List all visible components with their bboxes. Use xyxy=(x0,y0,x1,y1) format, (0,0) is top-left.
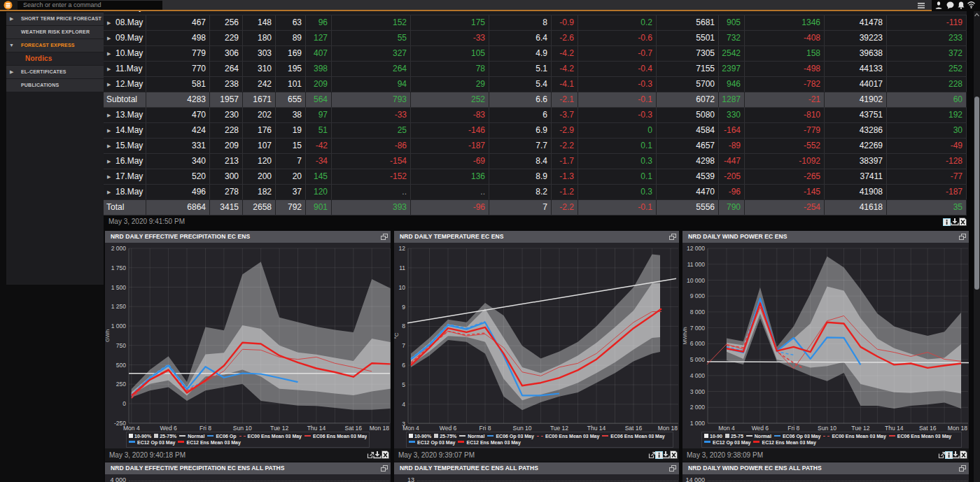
svg-text:500: 500 xyxy=(116,362,126,369)
svg-text:750: 750 xyxy=(116,342,126,349)
svg-text:10 000: 10 000 xyxy=(687,277,705,284)
svg-text:MWh/h: MWh/h xyxy=(682,327,688,344)
svg-text:°C: °C xyxy=(394,332,400,339)
svg-text:Fri 8: Fri 8 xyxy=(200,425,211,432)
svg-text:Thu 14: Thu 14 xyxy=(587,425,606,432)
svg-text:3 000: 3 000 xyxy=(690,388,706,395)
svg-text:Fri 8: Fri 8 xyxy=(479,425,491,432)
svg-text:8 000: 8 000 xyxy=(690,309,706,316)
svg-text:250: 250 xyxy=(116,381,126,388)
svg-text:Sat 16: Sat 16 xyxy=(919,425,937,432)
svg-text:1 500: 1 500 xyxy=(111,284,127,291)
svg-text:Tue 12: Tue 12 xyxy=(550,425,568,432)
svg-text:11 000: 11 000 xyxy=(687,261,706,268)
svg-text:Wed 6: Wed 6 xyxy=(752,425,769,432)
svg-text:Mon 18: Mon 18 xyxy=(658,425,678,432)
svg-text:Mon 4: Mon 4 xyxy=(123,425,140,432)
svg-text:5: 5 xyxy=(402,381,405,388)
svg-text:2 000: 2 000 xyxy=(690,404,706,411)
svg-text:10: 10 xyxy=(399,284,406,291)
svg-text:Sat 16: Sat 16 xyxy=(625,425,643,432)
svg-text:Mon 4: Mon 4 xyxy=(402,425,419,432)
svg-text:Fri 8: Fri 8 xyxy=(788,425,799,432)
svg-text:5 000: 5 000 xyxy=(690,356,706,363)
svg-text:7: 7 xyxy=(402,342,405,349)
svg-text:9 000: 9 000 xyxy=(690,292,706,299)
svg-text:4 000: 4 000 xyxy=(690,372,706,379)
svg-text:Thu 14: Thu 14 xyxy=(307,425,326,432)
svg-text:1 000: 1 000 xyxy=(111,322,127,329)
svg-text:GWh: GWh xyxy=(105,329,111,342)
svg-text:Wed 6: Wed 6 xyxy=(160,425,177,432)
svg-text:1 000: 1 000 xyxy=(690,420,706,427)
svg-text:Tue 12: Tue 12 xyxy=(270,425,288,432)
svg-text:Sat 16: Sat 16 xyxy=(345,425,363,432)
svg-text:Sun 10: Sun 10 xyxy=(233,425,252,432)
svg-text:Tue 12: Tue 12 xyxy=(851,425,869,432)
svg-text:Mon 18: Mon 18 xyxy=(370,425,390,432)
svg-text:Mon 4: Mon 4 xyxy=(718,425,735,432)
svg-text:Sun 10: Sun 10 xyxy=(818,425,836,432)
svg-text:1 250: 1 250 xyxy=(111,303,127,310)
svg-text:6 000: 6 000 xyxy=(690,340,706,347)
svg-text:9: 9 xyxy=(402,304,405,311)
svg-text:Thu 14: Thu 14 xyxy=(885,425,904,432)
svg-text:6: 6 xyxy=(402,362,405,369)
svg-text:11: 11 xyxy=(399,264,405,271)
svg-text:0: 0 xyxy=(122,400,126,407)
svg-text:Wed 6: Wed 6 xyxy=(440,425,457,432)
svg-text:Sun 10: Sun 10 xyxy=(513,425,532,432)
svg-text:2 000: 2 000 xyxy=(111,245,127,252)
svg-text:8: 8 xyxy=(402,322,405,329)
svg-text:7 000: 7 000 xyxy=(690,325,706,332)
svg-text:12: 12 xyxy=(399,245,406,252)
svg-text:12 000: 12 000 xyxy=(687,245,705,252)
svg-text:Mon 18: Mon 18 xyxy=(948,425,968,432)
svg-text:4: 4 xyxy=(402,401,405,408)
svg-text:1 750: 1 750 xyxy=(111,264,127,271)
